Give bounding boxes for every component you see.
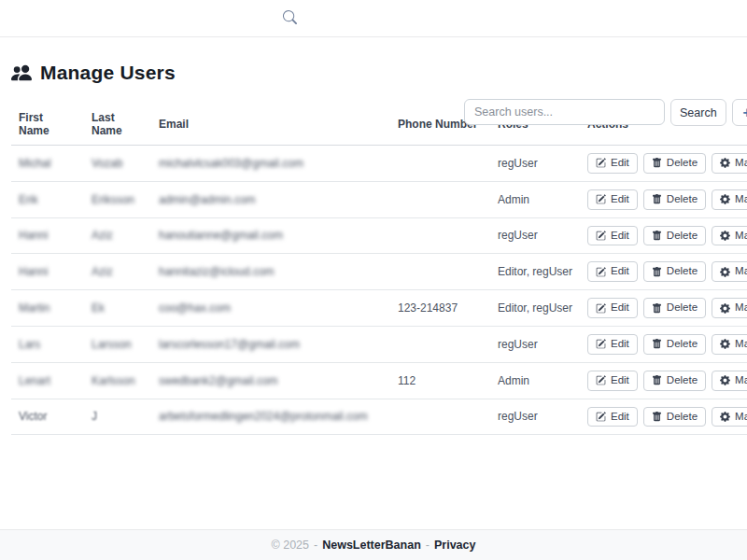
cell-last-name: Karlsson	[84, 362, 151, 399]
cell-email: hannitaziz@icloud.com	[151, 254, 390, 290]
delete-button[interactable]: Delete	[643, 298, 706, 318]
row-actions: Edit Delete Manage Subscriptions	[587, 334, 747, 355]
manage-subscriptions-button[interactable]: Manage Subscriptions	[712, 261, 747, 282]
cell-roles: regUser	[490, 326, 580, 362]
pencil-square-icon	[596, 303, 606, 314]
cell-email: swedbank2@gmail.com	[151, 362, 390, 399]
row-actions: Edit Delete Manage Subscriptions	[587, 371, 747, 391]
trash-icon	[652, 194, 662, 204]
search-input[interactable]	[464, 99, 665, 125]
edit-button[interactable]: Edit	[587, 261, 638, 282]
edit-button[interactable]: Edit	[587, 371, 638, 391]
cell-phone	[390, 181, 490, 217]
trash-icon	[652, 339, 662, 349]
cell-last-name: Aziz	[84, 217, 151, 254]
edit-button[interactable]: Edit	[587, 407, 638, 427]
cell-first-name: Lenart	[11, 362, 84, 399]
edit-button[interactable]: Edit	[587, 189, 638, 210]
search-button[interactable]: Search	[670, 99, 726, 126]
cell-first-name: Michal	[11, 146, 84, 182]
cell-email: michalvlcsak003@gmail.com	[151, 146, 390, 182]
manage-subscriptions-button[interactable]: Manage Subscriptions	[712, 407, 747, 427]
manage-subscriptions-button[interactable]: Manage Subscriptions	[712, 371, 747, 391]
table-row: Hanni Aziz hannitaziz@icloud.com Editor,…	[11, 254, 747, 290]
footer-separator: -	[314, 539, 317, 552]
pencil-square-icon	[596, 231, 606, 241]
users-table: First Name Last Name Email Phone Number …	[11, 107, 747, 435]
delete-button[interactable]: Delete	[643, 153, 706, 174]
cell-roles: regUser	[490, 146, 580, 182]
edit-button[interactable]: Edit	[587, 334, 638, 355]
delete-button[interactable]: Delete	[643, 334, 706, 355]
gear-icon	[720, 339, 730, 349]
trash-icon	[652, 158, 662, 168]
edit-button[interactable]: Edit	[587, 153, 638, 174]
table-row: Erik Eriksson admin@admin.com Admin Edit…	[11, 181, 747, 217]
pencil-square-icon	[596, 412, 606, 422]
trash-icon	[652, 231, 662, 241]
cell-roles: Admin	[490, 181, 580, 217]
cell-roles: Editor, regUser	[490, 254, 580, 290]
cell-first-name: Lars	[11, 326, 84, 362]
main-content: Manage Users Search + First Name Last Na…	[0, 37, 747, 435]
cell-phone: 112	[390, 362, 490, 399]
table-row: Michal Vozab michalvlcsak003@gmail.com r…	[11, 146, 747, 182]
top-navbar	[0, 0, 747, 37]
create-user-button[interactable]: +	[732, 99, 747, 126]
manage-subscriptions-button[interactable]: Manage Subscriptions	[712, 334, 747, 355]
edit-button[interactable]: Edit	[587, 298, 638, 318]
row-actions: Edit Delete Manage Subscriptions	[587, 226, 747, 246]
gear-icon	[720, 194, 730, 204]
cell-first-name: Martin	[11, 290, 84, 327]
page-title-text: Manage Users	[40, 62, 176, 84]
delete-button[interactable]: Delete	[643, 371, 706, 391]
cell-phone	[390, 254, 490, 290]
table-row: Lars Larsson larscorlesson17@gmail.com r…	[11, 326, 747, 362]
edit-button[interactable]: Edit	[587, 226, 638, 246]
copyright-text: © 2025	[272, 539, 310, 552]
cell-last-name: Ek	[84, 290, 151, 327]
table-row: Victor J arbetsformedlingen2024@protonma…	[11, 399, 747, 435]
pencil-square-icon	[596, 339, 606, 349]
cell-email: larscorlesson17@gmail.com	[151, 326, 390, 362]
table-row: Hanni Aziz hanoutianne@gmail.com regUser…	[11, 217, 747, 254]
plus-icon: +	[743, 105, 747, 120]
trash-icon	[652, 267, 662, 277]
search-icon	[283, 10, 297, 24]
delete-button[interactable]: Delete	[643, 189, 706, 210]
brand-link[interactable]: NewsLetterBanan	[322, 539, 421, 552]
gear-icon	[720, 158, 730, 168]
cell-phone	[390, 399, 490, 435]
manage-subscriptions-button[interactable]: Manage Subscriptions	[712, 298, 747, 318]
cell-roles: regUser	[490, 399, 580, 435]
table-row: Lenart Karlsson swedbank2@gmail.com 112 …	[11, 362, 747, 399]
gear-icon	[720, 267, 730, 277]
cell-last-name: Larsson	[84, 326, 151, 362]
cell-roles: regUser	[490, 217, 580, 254]
cell-roles: Admin	[490, 362, 580, 399]
delete-button[interactable]: Delete	[643, 226, 706, 246]
manage-subscriptions-button[interactable]: Manage Subscriptions	[712, 226, 747, 246]
col-last-name: Last Name	[84, 107, 151, 146]
manage-subscriptions-button[interactable]: Manage Subscriptions	[712, 189, 747, 210]
privacy-link[interactable]: Privacy	[434, 539, 475, 552]
cell-roles: Editor, regUser	[490, 290, 580, 327]
row-actions: Edit Delete Manage Subscriptions	[587, 261, 747, 282]
pencil-square-icon	[596, 194, 606, 204]
cell-phone	[390, 146, 490, 182]
gear-icon	[720, 231, 730, 241]
row-actions: Edit Delete Manage Subscriptions	[587, 153, 747, 174]
trash-icon	[652, 303, 662, 314]
page-title: Manage Users	[11, 62, 176, 84]
cell-email: admin@admin.com	[151, 181, 390, 217]
gear-icon	[720, 375, 730, 385]
cell-email: arbetsformedlingen2024@protonmail.com	[151, 399, 390, 435]
cell-first-name: Hanni	[11, 217, 84, 254]
manage-subscriptions-button[interactable]: Manage Subscriptions	[712, 153, 747, 174]
cell-last-name: Aziz	[84, 254, 151, 290]
cell-last-name: Eriksson	[84, 181, 151, 217]
delete-button[interactable]: Delete	[643, 407, 706, 427]
delete-button[interactable]: Delete	[643, 261, 706, 282]
cell-first-name: Victor	[11, 399, 84, 435]
navbar-search-link[interactable]	[283, 10, 297, 24]
